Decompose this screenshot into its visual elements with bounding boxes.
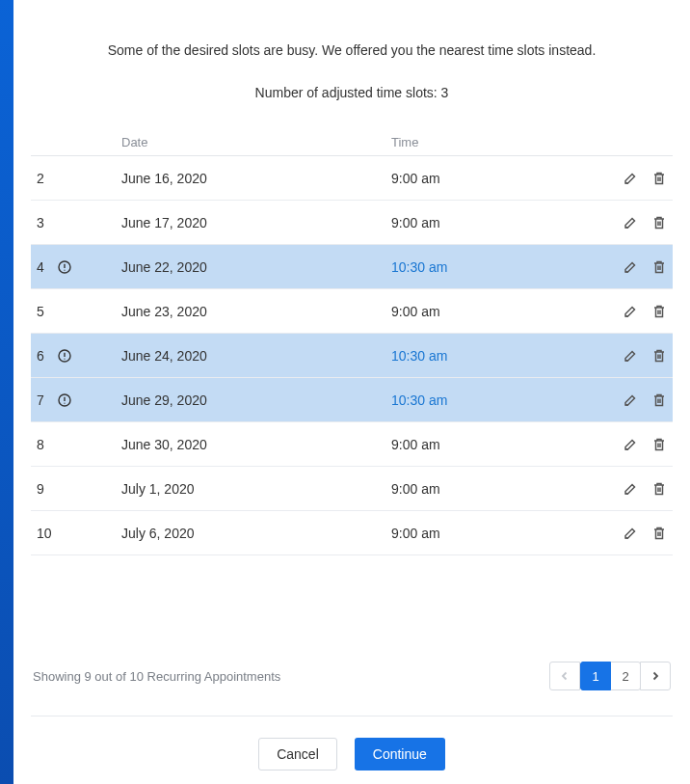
table-header-row: Date Time: [31, 129, 673, 156]
edit-icon[interactable]: [623, 171, 638, 186]
row-date: June 23, 2020: [121, 304, 391, 319]
row-actions: [605, 215, 673, 230]
busy-slots-notice: Some of the desired slots are busy. We o…: [31, 0, 673, 58]
trash-icon[interactable]: [651, 348, 667, 364]
row-date: July 6, 2020: [121, 526, 391, 541]
trash-icon[interactable]: [651, 215, 667, 230]
trash-icon[interactable]: [651, 392, 667, 408]
row-index: 2: [31, 171, 54, 186]
table-header-date-label: Date: [121, 135, 147, 149]
row-index: 10: [31, 526, 54, 541]
edit-icon[interactable]: [623, 481, 638, 497]
continue-button[interactable]: Continue: [355, 738, 445, 770]
table-row: 8June 30, 20209:00 am: [31, 422, 673, 467]
table-header-time-label: Time: [391, 135, 418, 149]
slots-table: Date Time 2June 16, 20209:00 am3June 17,…: [31, 129, 673, 555]
showing-count-label: Showing 9 out of 10 Recurring Appointmen…: [33, 669, 280, 684]
chevron-left-icon: [560, 669, 570, 684]
trash-icon[interactable]: [651, 304, 667, 319]
row-date: June 24, 2020: [121, 348, 391, 364]
trash-icon[interactable]: [651, 259, 667, 275]
table-row: 3June 17, 20209:00 am: [31, 201, 673, 245]
svg-point-2: [64, 269, 65, 270]
table-row: 9July 1, 20209:00 am: [31, 467, 673, 511]
row-date: June 22, 2020: [121, 259, 391, 275]
row-date: June 17, 2020: [121, 215, 391, 230]
row-date: June 30, 2020: [121, 437, 391, 452]
edit-icon[interactable]: [623, 215, 638, 230]
trash-icon[interactable]: [651, 437, 667, 452]
pager-next-button[interactable]: [640, 662, 671, 690]
edit-icon[interactable]: [623, 526, 638, 541]
table-row: 7June 29, 202010:30 am: [31, 378, 673, 422]
cancel-button[interactable]: Cancel: [258, 738, 337, 770]
row-actions: [605, 259, 673, 275]
table-header-date: Date: [121, 135, 391, 149]
table-row: 10July 6, 20209:00 am: [31, 511, 673, 555]
left-accent-stripe: [0, 0, 13, 784]
row-index: 3: [31, 215, 54, 230]
row-actions: [605, 171, 673, 186]
row-time: 9:00 am: [391, 171, 605, 186]
row-index: 5: [31, 304, 54, 319]
chevron-right-icon: [650, 669, 660, 684]
row-time: 9:00 am: [391, 215, 605, 230]
warning-icon: [58, 393, 71, 407]
row-actions: [605, 348, 673, 364]
row-date: June 16, 2020: [121, 171, 391, 186]
warning-icon: [58, 349, 71, 363]
dialog-actions: Cancel Continue: [31, 716, 673, 784]
row-time: 10:30 am: [391, 392, 605, 408]
pager-page-button[interactable]: 1: [580, 662, 611, 690]
table-footer: Showing 9 out of 10 Recurring Appointmen…: [31, 662, 673, 690]
table-row: 2June 16, 20209:00 am: [31, 156, 673, 201]
row-actions: [605, 437, 673, 452]
pagination: 12: [549, 662, 671, 690]
row-date: July 1, 2020: [121, 481, 391, 497]
row-time: 9:00 am: [391, 526, 605, 541]
table-row: 5June 23, 20209:00 am: [31, 289, 673, 334]
dialog-content: Some of the desired slots are busy. We o…: [13, 0, 690, 784]
row-time: 10:30 am: [391, 348, 605, 364]
row-index: 4: [31, 259, 54, 275]
row-warning-cell: [54, 349, 121, 363]
adjusted-count-label: Number of adjusted time slots: 3: [31, 85, 673, 100]
svg-point-5: [64, 358, 65, 359]
row-time: 9:00 am: [391, 304, 605, 319]
row-actions: [605, 392, 673, 408]
edit-icon[interactable]: [623, 304, 638, 319]
row-actions: [605, 526, 673, 541]
row-warning-cell: [54, 260, 121, 274]
edit-icon[interactable]: [623, 259, 638, 275]
row-actions: [605, 481, 673, 497]
row-actions: [605, 304, 673, 319]
edit-icon[interactable]: [623, 437, 638, 452]
edit-icon[interactable]: [623, 392, 638, 408]
row-time: 9:00 am: [391, 481, 605, 497]
row-time: 10:30 am: [391, 259, 605, 275]
table-row: 4June 22, 202010:30 am: [31, 245, 673, 289]
trash-icon[interactable]: [651, 526, 667, 541]
row-warning-cell: [54, 393, 121, 407]
row-time: 9:00 am: [391, 437, 605, 452]
pager-prev-button[interactable]: [549, 662, 580, 690]
warning-icon: [58, 260, 71, 274]
row-index: 7: [31, 392, 54, 408]
table-header-time: Time: [391, 135, 605, 149]
pager-page-button[interactable]: 2: [610, 662, 641, 690]
svg-point-8: [64, 402, 65, 403]
edit-icon[interactable]: [623, 348, 638, 364]
table-row: 6June 24, 202010:30 am: [31, 334, 673, 378]
row-index: 6: [31, 348, 54, 364]
trash-icon[interactable]: [651, 481, 667, 497]
row-index: 8: [31, 437, 54, 452]
row-index: 9: [31, 481, 54, 497]
row-date: June 29, 2020: [121, 392, 391, 408]
trash-icon[interactable]: [651, 171, 667, 186]
